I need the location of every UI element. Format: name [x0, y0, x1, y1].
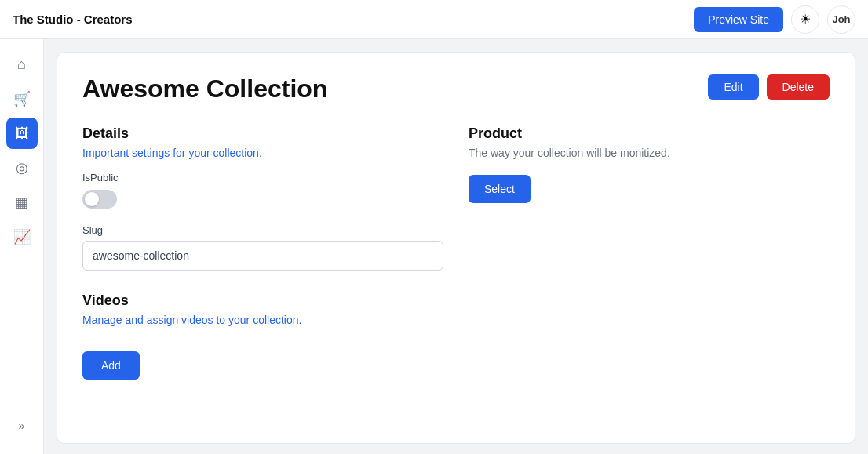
videos-heading: Videos [82, 292, 830, 309]
edit-button[interactable]: Edit [708, 74, 758, 100]
sidebar-item-chart[interactable]: 📈 [6, 221, 38, 252]
details-heading: Details [82, 125, 443, 142]
topbar: The Studio - Creators Preview Site ☀ Joh [0, 0, 868, 39]
slug-field: Slug [82, 224, 443, 271]
sidebar: ⌂ 🛒 🖼 ◎ ▦ 📈 » [0, 39, 44, 454]
topbar-actions: Preview Site ☀ Joh [694, 5, 855, 34]
is-public-toggle[interactable] [82, 190, 117, 209]
collection-title: Awesome Collection [82, 74, 327, 104]
is-public-field: IsPublic [82, 172, 443, 209]
image-icon: 🖼 [15, 125, 29, 142]
grid-icon: ▦ [15, 194, 28, 211]
select-button[interactable]: Select [469, 175, 531, 203]
sidebar-item-image[interactable]: 🖼 [6, 118, 38, 149]
toggle-slider [82, 190, 117, 209]
add-video-button[interactable]: Add [82, 351, 140, 380]
analytics-icon: ◎ [16, 159, 28, 176]
slug-input[interactable] [82, 241, 443, 271]
sidebar-expand-button[interactable]: » [6, 410, 38, 441]
sidebar-item-grid[interactable]: ▦ [6, 187, 38, 218]
home-icon: ⌂ [17, 56, 26, 73]
sidebar-item-cart[interactable]: 🛒 [6, 83, 38, 114]
sidebar-item-analytics[interactable]: ◎ [6, 152, 38, 183]
delete-button[interactable]: Delete [767, 74, 830, 100]
sun-icon: ☀ [800, 12, 811, 27]
two-column-layout: Details Important settings for your coll… [82, 125, 830, 271]
product-description: The way your collection will be monitize… [469, 147, 830, 159]
main-content: Awesome Collection Edit Delete Details I… [44, 39, 868, 454]
sidebar-item-home[interactable]: ⌂ [6, 49, 38, 80]
product-column: Product The way your collection will be … [469, 125, 830, 271]
product-heading: Product [469, 125, 830, 142]
slug-label: Slug [82, 224, 443, 236]
card-header: Awesome Collection Edit Delete [82, 74, 830, 104]
collection-card: Awesome Collection Edit Delete Details I… [57, 52, 855, 444]
details-column: Details Important settings for your coll… [82, 125, 443, 271]
app-title: The Studio - Creators [13, 13, 133, 26]
card-header-actions: Edit Delete [708, 74, 830, 100]
theme-toggle-button[interactable]: ☀ [791, 5, 819, 34]
is-public-label: IsPublic [82, 172, 443, 183]
expand-icon: » [19, 419, 25, 432]
main-layout: ⌂ 🛒 🖼 ◎ ▦ 📈 » Awesome Collection Edit [0, 39, 868, 454]
details-description: Important settings for your collection. [82, 147, 443, 159]
videos-section: Videos Manage and assign videos to your … [82, 292, 830, 380]
chart-icon: 📈 [13, 228, 31, 245]
preview-site-button[interactable]: Preview Site [694, 7, 783, 32]
videos-description: Manage and assign videos to your collect… [82, 314, 830, 326]
avatar[interactable]: Joh [827, 5, 855, 34]
cart-icon: 🛒 [13, 90, 31, 107]
